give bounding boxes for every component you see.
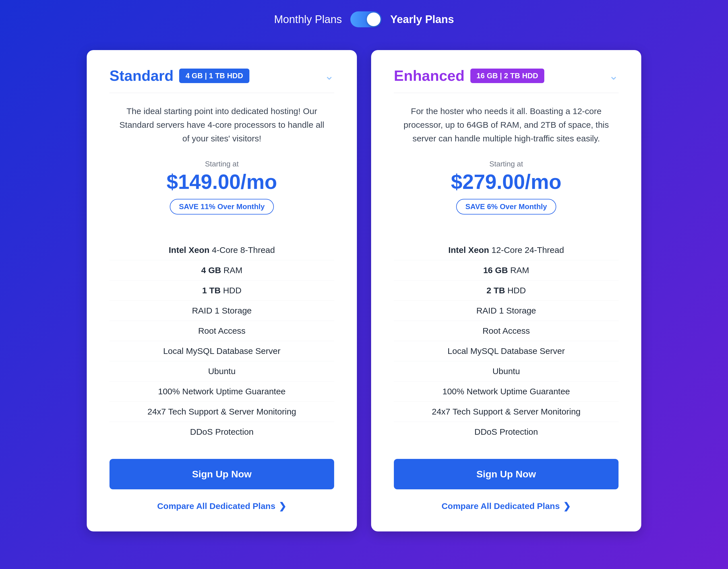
card-header-enhanced: Enhanced16 GB | 2 TB HDD⌄ (394, 67, 619, 93)
save-badge-enhanced: SAVE 6% Over Monthly (456, 199, 556, 214)
pricing-card-enhanced: Enhanced16 GB | 2 TB HDD⌄For the hoster … (371, 50, 641, 531)
arrow-right-icon: ❯ (563, 501, 571, 512)
plan-toggle-section: Monthly Plans Yearly Plans (274, 11, 454, 27)
list-item: Intel Xeon 4-Core 8-Thread (109, 240, 334, 260)
pricing-section-standard: Starting at$149.00/moSAVE 11% Over Month… (109, 160, 334, 229)
signup-button-standard[interactable]: Sign Up Now (109, 459, 334, 489)
list-item: Local MySQL Database Server (394, 341, 619, 361)
signup-button-enhanced[interactable]: Sign Up Now (394, 459, 619, 489)
list-item: 24x7 Tech Support & Server Monitoring (394, 402, 619, 422)
card-description-enhanced: For the hoster who needs it all. Boastin… (394, 104, 619, 145)
pricing-section-enhanced: Starting at$279.00/moSAVE 6% Over Monthl… (394, 160, 619, 229)
monthly-label: Monthly Plans (274, 13, 342, 26)
card-header-standard: Standard4 GB | 1 TB HDD⌄ (109, 67, 334, 93)
arrow-right-icon: ❯ (279, 501, 286, 512)
save-badge-standard: SAVE 11% Over Monthly (170, 199, 274, 214)
starting-at-label-standard: Starting at (109, 160, 334, 168)
chevron-down-icon-enhanced[interactable]: ⌄ (609, 69, 619, 82)
compare-link-text-standard: Compare All Dedicated Plans (157, 501, 276, 511)
list-item: 16 GB RAM (394, 260, 619, 280)
list-item: 100% Network Uptime Guarantee (109, 382, 334, 402)
card-badge-standard: 4 GB | 1 TB HDD (179, 69, 249, 83)
list-item: 100% Network Uptime Guarantee (394, 382, 619, 402)
features-list-standard: Intel Xeon 4-Core 8-Thread4 GB RAM1 TB H… (109, 240, 334, 442)
starting-at-label-enhanced: Starting at (394, 160, 619, 168)
pricing-card-standard: Standard4 GB | 1 TB HDD⌄The ideal starti… (87, 50, 357, 531)
features-list-enhanced: Intel Xeon 12-Core 24-Thread16 GB RAM2 T… (394, 240, 619, 442)
price-enhanced: $279.00/mo (394, 171, 619, 193)
list-item: Root Access (109, 321, 334, 341)
list-item: 1 TB HDD (109, 280, 334, 301)
list-item: 24x7 Tech Support & Server Monitoring (109, 402, 334, 422)
compare-link-standard[interactable]: Compare All Dedicated Plans❯ (109, 501, 334, 512)
list-item: Local MySQL Database Server (109, 341, 334, 361)
list-item: RAID 1 Storage (109, 301, 334, 321)
compare-link-enhanced[interactable]: Compare All Dedicated Plans❯ (394, 501, 619, 512)
list-item: Ubuntu (394, 361, 619, 382)
toggle-switch[interactable] (350, 11, 382, 27)
card-title-standard: Standard (109, 67, 173, 84)
compare-link-text-enhanced: Compare All Dedicated Plans (442, 501, 560, 511)
list-item: Root Access (394, 321, 619, 341)
card-title-area-standard: Standard4 GB | 1 TB HDD (109, 67, 249, 84)
list-item: DDoS Protection (109, 422, 334, 442)
list-item: RAID 1 Storage (394, 301, 619, 321)
toggle-knob (367, 13, 380, 26)
list-item: Ubuntu (109, 361, 334, 382)
card-badge-enhanced: 16 GB | 2 TB HDD (470, 69, 545, 83)
card-title-enhanced: Enhanced (394, 67, 465, 84)
list-item: Intel Xeon 12-Core 24-Thread (394, 240, 619, 260)
list-item: 2 TB HDD (394, 280, 619, 301)
card-description-standard: The ideal starting point into dedicated … (109, 104, 334, 145)
list-item: DDoS Protection (394, 422, 619, 442)
chevron-down-icon-standard[interactable]: ⌄ (324, 69, 334, 82)
card-title-area-enhanced: Enhanced16 GB | 2 TB HDD (394, 67, 544, 84)
cards-container: Standard4 GB | 1 TB HDD⌄The ideal starti… (0, 50, 728, 531)
price-standard: $149.00/mo (109, 171, 334, 193)
yearly-label: Yearly Plans (390, 13, 454, 26)
list-item: 4 GB RAM (109, 260, 334, 280)
